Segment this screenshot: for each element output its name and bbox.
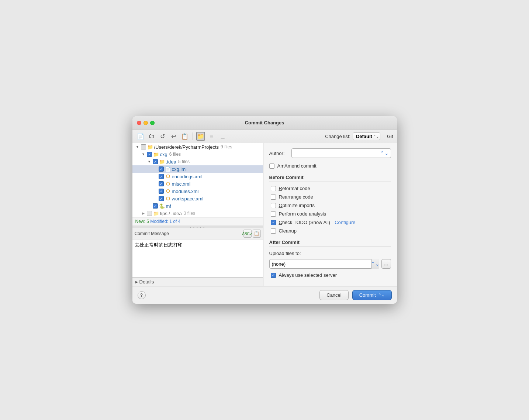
traffic-lights <box>137 121 155 125</box>
idea-folder-icon: 📁 <box>159 159 165 165</box>
upload-label: Upload files to: <box>269 251 391 256</box>
optimize-checkbox[interactable] <box>271 203 276 208</box>
upload-select[interactable]: (none) <box>269 259 379 269</box>
tree-file-modules[interactable]: ▶ ✓ ⬡ modules.xml <box>132 187 263 195</box>
cleanup-checkbox[interactable] <box>271 228 276 234</box>
minimize-button[interactable] <box>144 121 148 125</box>
analyze-row[interactable]: Perform code analysis <box>269 211 391 217</box>
optimize-label: Optimize imports <box>279 203 315 208</box>
configure-link[interactable]: Configure <box>335 220 355 225</box>
rearrange-checkbox[interactable] <box>271 194 276 200</box>
tree-tips[interactable]: ▶ 📁 tips / .idea 3 files <box>132 210 263 217</box>
reformat-label: Reformat code <box>279 186 310 191</box>
commit-message-icons: ABC✓ 📋 <box>243 230 261 238</box>
cxg-folder-icon: 📁 <box>153 151 159 157</box>
tree-file-cxgiml[interactable]: ▶ ✓ 📄 cxg.iml <box>132 165 263 173</box>
toolbar-icon-4[interactable]: ↩ <box>169 132 178 141</box>
todo-checkbox[interactable]: ✓ <box>271 220 276 225</box>
left-panel: ▼ 📁 /Users/derek/PycharmProjects 9 files… <box>132 143 263 286</box>
misc-xml-icon: ⬡ <box>165 181 171 187</box>
always-use-row[interactable]: ✓ Always use selected server <box>269 272 391 278</box>
optimize-row[interactable]: Optimize imports <box>269 203 391 208</box>
modules-checkbox[interactable]: ✓ <box>159 189 164 194</box>
cxg-label: cxg <box>160 152 167 157</box>
cxgiml-file-icon: 📄 <box>165 166 171 172</box>
amend-row[interactable]: AmAmend commit <box>269 163 391 169</box>
modules-label: modules.xml <box>172 189 199 194</box>
rearrange-label: Rearrange code <box>279 194 313 200</box>
tips-label: tips / .idea <box>160 211 182 216</box>
file-tree: ▼ 📁 /Users/derek/PycharmProjects 9 files… <box>132 143 263 217</box>
encodings-checkbox[interactable]: ✓ <box>159 174 164 179</box>
tree-file-misc[interactable]: ▶ ✓ ⬡ misc.xml <box>132 180 263 187</box>
tips-checkbox[interactable] <box>147 211 152 216</box>
author-input[interactable] <box>291 148 391 158</box>
recent-messages-icon[interactable]: 📋 <box>253 230 261 238</box>
details-label: Details <box>139 279 154 285</box>
cxgiml-checkbox[interactable]: ✓ <box>159 166 164 172</box>
idea-count: 5 files <box>178 159 190 164</box>
footer: ? Cancel Commit ⌃⌄ <box>132 286 397 304</box>
cancel-button[interactable]: Cancel <box>319 290 348 300</box>
main-content: ▼ 📁 /Users/derek/PycharmProjects 9 files… <box>132 143 397 286</box>
always-use-checkbox[interactable]: ✓ <box>271 273 276 278</box>
toolbar-icon-2[interactable]: 🗂 <box>147 132 156 141</box>
root-checkbox[interactable] <box>141 144 146 149</box>
mf-label: mf <box>166 203 171 209</box>
after-commit-header: After Commit <box>269 240 391 247</box>
analyze-label: Perform code analysis <box>279 211 326 217</box>
close-button[interactable] <box>137 121 141 125</box>
reformat-row[interactable]: Reformat code <box>269 186 391 191</box>
maximize-button[interactable] <box>150 121 155 125</box>
toolbar-icon-1[interactable]: 📄 <box>136 132 145 141</box>
toolbar-icon-folder[interactable]: 📁 <box>196 132 205 141</box>
expand-root-icon: ▼ <box>135 145 140 149</box>
help-button[interactable]: ? <box>138 291 146 299</box>
tree-mf[interactable]: ▶ ✓ 🐍 mf <box>132 202 263 210</box>
idea-checkbox[interactable]: ✓ <box>153 159 158 164</box>
change-list-container: Change list: Default ⌃⌄ <box>325 132 380 140</box>
author-input-wrapper: ⌃⌄ <box>291 148 391 158</box>
before-commit-header: Before Commit <box>269 175 391 182</box>
tips-count: 3 files <box>184 211 195 216</box>
change-list-wrapper[interactable]: Default ⌃⌄ <box>353 132 380 140</box>
toolbar-icon-3[interactable]: ↺ <box>158 132 167 141</box>
tree-file-workspace[interactable]: ▶ ✓ ⬡ workspace.xml <box>132 195 263 202</box>
reformat-checkbox[interactable] <box>271 186 276 191</box>
spell-check-icon[interactable]: ABC✓ <box>243 230 252 238</box>
upload-select-wrapper: (none) ⌃⌄ <box>269 259 379 269</box>
change-list-select[interactable]: Default <box>353 132 380 140</box>
toolbar-icon-7[interactable]: ≣ <box>218 132 227 141</box>
commit-message-header: Commit Message ABC✓ 📋 <box>132 228 263 240</box>
rearrange-row[interactable]: Rearrange code <box>269 194 391 200</box>
encodings-xml-icon: ⬡ <box>165 173 171 179</box>
commit-textarea[interactable]: 去处正常时的日志打印 <box>132 240 263 277</box>
misc-checkbox[interactable]: ✓ <box>159 181 164 186</box>
mf-checkbox[interactable]: ✓ <box>153 203 158 209</box>
expand-tips-icon: ▶ <box>141 211 146 216</box>
toolbar: 📄 🗂 ↺ ↩ 📋 📁 ≡ ≣ Change list: Default ⌃⌄ … <box>132 130 397 143</box>
toolbar-icon-5[interactable]: 📋 <box>180 132 189 141</box>
cleanup-row[interactable]: Cleanup <box>269 228 391 234</box>
tree-idea[interactable]: ▼ ✓ 📁 .idea 5 files <box>132 158 263 165</box>
before-commit-section: Before Commit Reformat code Rearrange co… <box>269 175 391 234</box>
toolbar-icon-6[interactable]: ≡ <box>207 132 216 141</box>
footer-right: Cancel Commit ⌃⌄ <box>319 290 391 300</box>
analyze-checkbox[interactable] <box>271 211 276 217</box>
encodings-label: encodings.xml <box>172 174 203 179</box>
tree-cxg[interactable]: ▼ ✓ 📁 cxg 6 files <box>132 151 263 158</box>
todo-row[interactable]: ✓ Check TODO (Show All) Configure <box>269 220 391 225</box>
commit-button[interactable]: Commit ⌃⌄ <box>352 290 392 300</box>
details-section[interactable]: ▶ Details <box>132 277 263 286</box>
right-panel: Author: ⌃⌄ AmAmend commit Before Commit … <box>263 143 397 286</box>
upload-more-button[interactable]: ... <box>381 259 391 269</box>
commit-message-section: Commit Message ABC✓ 📋 去处正常时的日志打印 <box>132 228 263 277</box>
tree-root[interactable]: ▼ 📁 /Users/derek/PycharmProjects 9 files <box>132 143 263 151</box>
workspace-checkbox[interactable]: ✓ <box>159 196 164 201</box>
window-title: Commit Changes <box>245 120 284 125</box>
tree-file-encodings[interactable]: ▶ ✓ ⬡ encodings.xml <box>132 173 263 180</box>
cxg-checkbox[interactable]: ✓ <box>147 152 152 157</box>
cxgiml-label: cxg.iml <box>172 166 187 172</box>
mf-icon: 🐍 <box>159 203 165 209</box>
amend-checkbox[interactable] <box>269 163 274 169</box>
